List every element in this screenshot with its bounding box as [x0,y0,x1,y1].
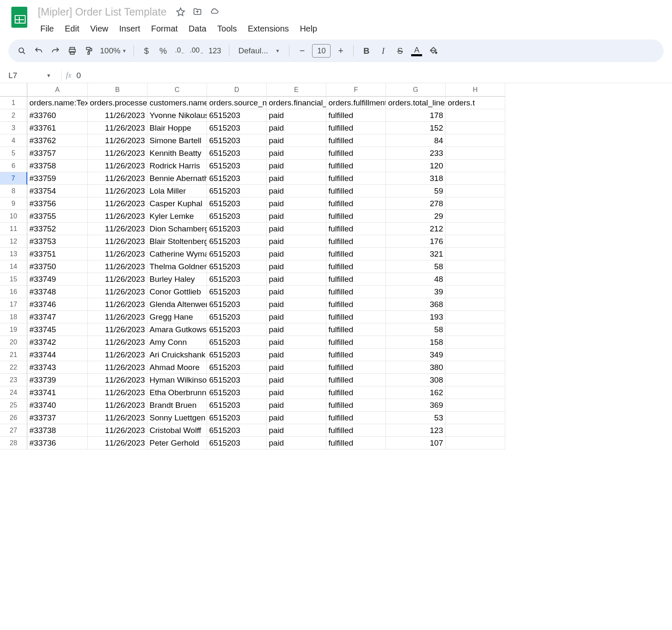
row-header[interactable]: 14 [0,260,27,273]
cell[interactable] [446,349,505,361]
row-header[interactable]: 3 [0,122,27,134]
cell[interactable]: orders.total_line [386,97,446,109]
more-formats-button[interactable]: 123 [206,43,224,58]
cell[interactable] [446,323,505,336]
cell[interactable] [446,424,505,437]
row-header[interactable]: 27 [0,424,27,437]
cell[interactable]: fulfilled [326,223,386,235]
font-size-input[interactable] [312,44,331,58]
cell[interactable] [446,399,505,412]
row-header[interactable]: 9 [0,197,27,210]
cell[interactable]: #33747 [27,311,88,323]
cell[interactable]: #33759 [27,172,88,185]
cell[interactable] [446,172,505,185]
cell[interactable]: paid [267,298,326,311]
cell[interactable]: Blair Hoppe [147,122,207,134]
cell[interactable]: fulfilled [326,134,386,147]
row-header[interactable]: 5 [0,147,27,160]
cell[interactable]: 6515203 [207,235,267,248]
cell[interactable]: Amy Conn [147,336,207,349]
column-header[interactable]: E [267,83,326,97]
cell[interactable]: 123 [386,424,446,437]
cell[interactable]: Gregg Hane [147,311,207,323]
cell[interactable]: paid [267,399,326,412]
cell[interactable]: Kennith Beatty [147,147,207,160]
cell[interactable]: #33750 [27,260,88,273]
cell[interactable]: 11/26/2023 [88,286,147,298]
cell[interactable]: 212 [386,223,446,235]
cell[interactable]: 6515203 [207,286,267,298]
cell[interactable] [446,223,505,235]
cell[interactable]: #33739 [27,374,88,386]
cell[interactable]: paid [267,286,326,298]
cell[interactable]: 6515203 [207,386,267,399]
cell[interactable]: 6515203 [207,298,267,311]
cell[interactable]: #33738 [27,424,88,437]
row-header[interactable]: 6 [0,160,27,172]
cell[interactable]: Yvonne Nikolaus [147,109,207,122]
cell[interactable]: fulfilled [326,349,386,361]
cell[interactable]: 11/26/2023 [88,223,147,235]
cell[interactable]: 6515203 [207,185,267,197]
cell[interactable]: 11/26/2023 [88,386,147,399]
cell[interactable]: 11/26/2023 [88,361,147,374]
row-header[interactable]: 26 [0,412,27,424]
cell[interactable]: fulfilled [326,172,386,185]
cell[interactable]: Bennie Abernathy [147,172,207,185]
column-header[interactable]: C [147,83,207,97]
cell[interactable]: customers.name [147,97,207,109]
cell[interactable]: paid [267,122,326,134]
cell[interactable]: paid [267,437,326,449]
cell[interactable]: 233 [386,147,446,160]
cell[interactable]: 6515203 [207,374,267,386]
cell[interactable]: #33742 [27,336,88,349]
cell[interactable]: 380 [386,361,446,374]
cell[interactable]: orders.source_n [207,97,267,109]
cell[interactable]: 11/26/2023 [88,109,147,122]
cell[interactable]: fulfilled [326,386,386,399]
cell[interactable]: 11/26/2023 [88,210,147,223]
cell[interactable]: fulfilled [326,311,386,323]
cell[interactable]: 11/26/2023 [88,248,147,260]
cell[interactable]: fulfilled [326,424,386,437]
cell[interactable]: #33740 [27,399,88,412]
app-logo[interactable] [8,7,30,29]
row-header[interactable]: 11 [0,223,27,235]
cell[interactable]: fulfilled [326,399,386,412]
cell[interactable]: paid [267,185,326,197]
cell[interactable]: fulfilled [326,109,386,122]
cell[interactable]: 6515203 [207,134,267,147]
cell[interactable]: 152 [386,122,446,134]
cell[interactable]: fulfilled [326,248,386,260]
column-header[interactable]: D [207,83,267,97]
cell[interactable]: paid [267,160,326,172]
cell[interactable]: 11/26/2023 [88,273,147,286]
cell[interactable]: #33758 [27,160,88,172]
row-header[interactable]: 25 [0,399,27,412]
decrease-font-size-button[interactable]: − [294,43,310,58]
cell[interactable]: #33741 [27,386,88,399]
cell[interactable]: paid [267,349,326,361]
cell[interactable]: #33746 [27,298,88,311]
cell[interactable]: 6515203 [207,109,267,122]
cell[interactable]: 11/26/2023 [88,260,147,273]
move-folder-icon[interactable] [192,6,203,17]
cell[interactable]: 84 [386,134,446,147]
cell[interactable]: 6515203 [207,361,267,374]
cell[interactable]: paid [267,172,326,185]
cell[interactable]: 11/26/2023 [88,122,147,134]
menu-format[interactable]: Format [146,22,183,36]
cell[interactable]: Hyman Wilkinson [147,374,207,386]
cell[interactable]: #33753 [27,235,88,248]
cell[interactable]: fulfilled [326,412,386,424]
column-header[interactable]: F [326,83,386,97]
row-header[interactable]: 17 [0,298,27,311]
cell[interactable]: 6515203 [207,323,267,336]
cell[interactable] [446,361,505,374]
column-header[interactable]: B [88,83,147,97]
row-header[interactable]: 7 [0,172,27,185]
cell[interactable]: Thelma Goldner [147,260,207,273]
cell[interactable]: #33743 [27,361,88,374]
cell[interactable]: 6515203 [207,311,267,323]
cell[interactable]: paid [267,374,326,386]
